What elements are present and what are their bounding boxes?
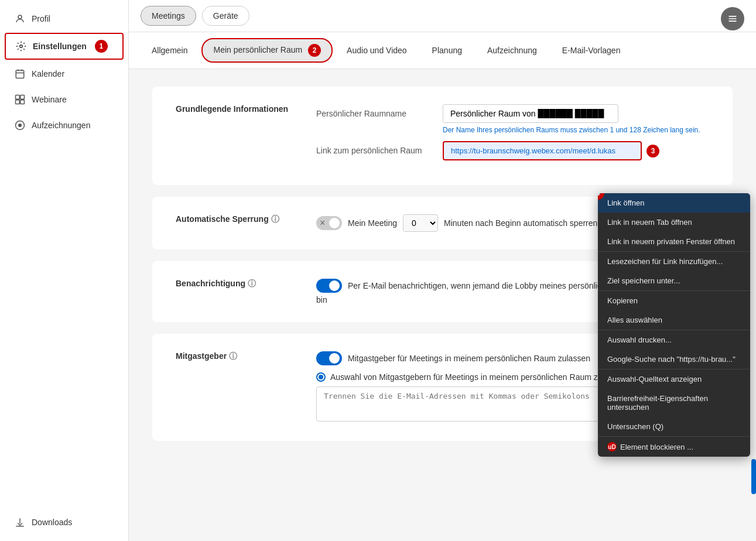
context-menu-alles-auswaehlen[interactable]: Alles auswählen [598, 310, 750, 330]
context-menu-element-blockieren-label: Element blockieren ... [620, 443, 693, 451]
context-menu: 4 Link öffnen Link in neuem Tab öffnen L… [598, 193, 750, 457]
section-grundlegende-content: Persönlicher Raumname Der Name Ihres per… [316, 104, 709, 167]
mitgastgeber-toggle[interactable] [316, 351, 342, 365]
sub-tabs: Allgemein Mein persönlicher Raum 2 Audio… [129, 32, 756, 69]
benachrichtigung-desc: Per E-Mail benachrichtigen, wenn jemand … [348, 281, 628, 290]
topright-icon [727, 13, 738, 25]
sidebar-item-profil-label: Profil [32, 14, 50, 23]
field-raumname: Persönlicher Raumname Der Name Ihres per… [316, 104, 709, 134]
sperrung-meeting-label: Mein Meeting [348, 218, 397, 228]
sperrung-info-icon[interactable]: ⓘ [271, 214, 279, 224]
sub-tab-allgemein[interactable]: Allgemein [141, 38, 199, 63]
step-badge-1: 1 [95, 40, 108, 53]
sidebar-item-aufzeichnungen[interactable]: Aufzeichnungen [5, 114, 124, 137]
sub-tab-email-vorlagen[interactable]: E-Mail-Vorlagen [551, 38, 632, 63]
mitgastgeber-desc: Mitgastgeber für Meetings in meinem pers… [348, 354, 590, 363]
sidebar-item-kalender[interactable]: Kalender [5, 62, 124, 85]
radio-dot-checked [316, 372, 326, 382]
download-icon [14, 516, 26, 528]
main-content: Meetings Geräte Allgemein Mein persönlic… [129, 0, 756, 541]
svg-rect-15 [728, 20, 736, 22]
gear-icon [15, 40, 27, 52]
sidebar-item-kalender-label: Kalender [32, 69, 64, 78]
section-sperrung-label: Automatische Sperrung ⓘ [176, 214, 293, 232]
svg-rect-7 [20, 95, 25, 100]
svg-point-11 [19, 124, 22, 127]
link-input[interactable] [443, 141, 642, 160]
context-menu-kopieren[interactable]: Kopieren [598, 290, 750, 310]
svg-rect-14 [728, 18, 736, 19]
svg-rect-2 [16, 70, 24, 78]
context-menu-element-blockieren[interactable]: uD Element blockieren ... [598, 436, 750, 457]
radio-label: Auswahl von Mitgastgebern für Meetings i… [330, 372, 626, 382]
raumname-hint: Der Name Ihres persönlichen Raums muss z… [443, 126, 709, 134]
svg-rect-13 [728, 16, 736, 17]
raumname-input[interactable] [443, 104, 618, 123]
sidebar-item-webinare[interactable]: Webinare [5, 88, 124, 111]
scroll-indicator [751, 459, 756, 494]
chart-icon [14, 94, 26, 105]
context-menu-lesezeichen[interactable]: Lesezeichen für Link hinzufügen... [598, 251, 750, 271]
svg-point-1 [20, 45, 23, 48]
svg-rect-9 [20, 100, 25, 104]
sidebar-item-downloads[interactable]: Downloads [5, 511, 124, 534]
context-menu-link-oeffnen[interactable]: Link öffnen [598, 193, 750, 213]
ublock-icon: uD [607, 442, 617, 451]
context-menu-untersuchen[interactable]: Untersuchen (Q) [598, 417, 750, 436]
field-link-wrap: 3 [443, 141, 709, 160]
sperrung-toggle[interactable] [316, 216, 342, 230]
field-raumname-wrap: Der Name Ihres persönlichen Raums muss z… [443, 104, 709, 134]
tab-meetings[interactable]: Meetings [141, 6, 196, 26]
sidebar-item-einstellungen-label: Einstellungen [33, 42, 87, 51]
sub-tab-aufzeichnung[interactable]: Aufzeichnung [476, 38, 548, 63]
field-link: Link zum persönlichen Raum 3 [316, 141, 709, 160]
sidebar-item-downloads-label: Downloads [32, 518, 72, 527]
benachrichtigung-info-icon[interactable]: ⓘ [248, 279, 256, 288]
benachrichtigung-toggle[interactable] [316, 279, 342, 293]
section-mitgastgeber-label: Mitgastgeber ⓘ [176, 351, 293, 423]
svg-point-0 [18, 15, 22, 19]
context-menu-barrierefreiheit[interactable]: Barrierefreiheit-Eigenschaften untersuch… [598, 389, 750, 417]
section-grundlegende-label: Grundlegende Informationen [176, 104, 293, 167]
sidebar: Profil Einstellungen 1 Kalender [0, 0, 129, 541]
context-menu-ziel-speichern[interactable]: Ziel speichern unter... [598, 271, 750, 290]
section-grundlegende: Grundlegende Informationen Persönlicher … [152, 87, 733, 185]
sidebar-item-profil[interactable]: Profil [5, 7, 124, 30]
content-area: Grundlegende Informationen Persönlicher … [129, 69, 756, 541]
sidebar-item-aufzeichnungen-label: Aufzeichnungen [32, 121, 90, 130]
sperrung-after-label: Minuten nach Beginn automatisch sperren. [444, 218, 600, 228]
sidebar-item-webinare-label: Webinare [32, 95, 67, 104]
mitgastgeber-info-icon[interactable]: ⓘ [229, 351, 237, 361]
sidebar-bottom: Downloads [0, 509, 128, 541]
topright-button[interactable] [721, 7, 744, 30]
step-badge-3: 3 [646, 145, 659, 157]
field-raumname-label: Persönlicher Raumname [316, 104, 433, 118]
calendar-icon [14, 68, 26, 80]
svg-rect-6 [16, 95, 20, 100]
sidebar-item-einstellungen[interactable]: Einstellungen 1 [5, 33, 124, 60]
context-menu-auswahl-drucken[interactable]: Auswahl drucken... [598, 330, 750, 350]
step-badge-2: 2 [308, 44, 321, 57]
tab-geraete[interactable]: Geräte [202, 6, 249, 26]
context-menu-quelltext[interactable]: Auswahl-Quelltext anzeigen [598, 369, 750, 389]
field-link-label: Link zum persönlichen Raum [316, 141, 433, 155]
context-menu-google-suche[interactable]: Google-Suche nach "https://tu-brau..." [598, 350, 750, 369]
top-bar: Meetings Geräte [129, 0, 756, 32]
circle-dot-icon [14, 119, 26, 131]
context-menu-link-neuer-tab[interactable]: Link in neuem Tab öffnen [598, 213, 750, 232]
context-menu-link-privat[interactable]: Link in neuem privaten Fenster öffnen [598, 232, 750, 251]
sub-tab-audio-video[interactable]: Audio und Video [336, 38, 418, 63]
sub-tab-planung[interactable]: Planung [421, 38, 473, 63]
person-icon [14, 13, 26, 25]
sperrung-select[interactable]: 0 [403, 214, 438, 232]
sub-tab-mein-persoenlicher-raum[interactable]: Mein persönlicher Raum 2 [201, 38, 333, 63]
svg-rect-8 [16, 100, 20, 104]
section-benachrichtigung-label: Benachrichtigung ⓘ [176, 279, 293, 304]
